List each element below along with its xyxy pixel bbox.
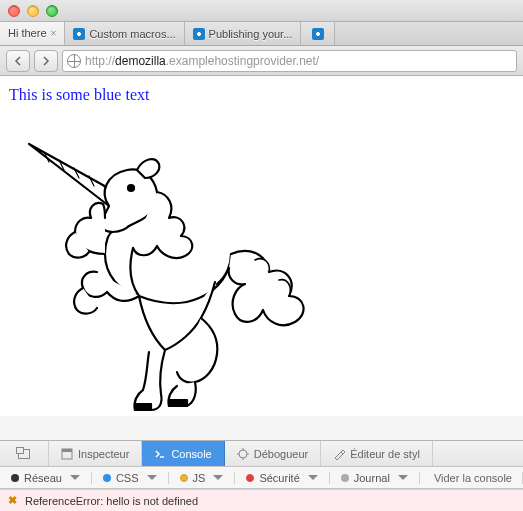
favicon-icon (312, 28, 324, 40)
filter-js[interactable]: JS (169, 472, 236, 484)
forward-button[interactable] (34, 50, 58, 72)
svg-rect-2 (62, 449, 72, 452)
chevron-down-icon (70, 475, 80, 480)
window-titlebar (0, 0, 523, 22)
debugger-icon (237, 448, 249, 460)
devtools-panel: Inspecteur Console Débogueur Éditeur de … (0, 440, 523, 511)
style-editor-icon (333, 448, 345, 460)
tab-label: Publishing your... (209, 28, 293, 40)
filter-label: JS (193, 472, 206, 484)
dot-icon (341, 474, 349, 482)
chevron-down-icon (398, 475, 408, 480)
tab-strip: Hi there × Custom macros... Publishing y… (0, 22, 523, 46)
devtools-tab-console[interactable]: Console (142, 441, 224, 466)
chevron-down-icon (147, 475, 157, 480)
filter-label: Réseau (24, 472, 62, 484)
console-error-row[interactable]: ✖ ReferenceError: hello is not defined (0, 489, 523, 511)
close-window-button[interactable] (8, 5, 20, 17)
svg-point-3 (239, 450, 247, 458)
filter-css[interactable]: CSS (92, 472, 169, 484)
chevron-down-icon (308, 475, 318, 480)
zoom-window-button[interactable] (46, 5, 58, 17)
tab-label: Hi there (8, 27, 47, 39)
url-host: demozilla (115, 54, 166, 68)
favicon-icon (73, 28, 85, 40)
minimize-window-button[interactable] (27, 5, 39, 17)
page-image (9, 114, 309, 414)
filter-label: Sécurité (259, 472, 299, 484)
clear-label: Vider la console (434, 472, 512, 484)
filter-label: Journal (354, 472, 390, 484)
page-content: This is some blue text (0, 76, 523, 416)
url-protocol: http:// (85, 54, 115, 68)
devtools-undock[interactable] (0, 441, 49, 466)
url-bar[interactable]: http://demozilla.examplehostingprovider.… (62, 50, 517, 72)
chevron-down-icon (213, 475, 223, 480)
tab-label: Débogueur (254, 448, 308, 460)
url-text: http://demozilla.examplehostingprovider.… (85, 54, 319, 68)
url-host-suffix: .examplehostingprovider.net (166, 54, 316, 68)
undock-icon (18, 449, 30, 459)
dot-icon (180, 474, 188, 482)
dot-icon (246, 474, 254, 482)
devtools-tab-inspector[interactable]: Inspecteur (49, 441, 142, 466)
filter-label: CSS (116, 472, 139, 484)
favicon-icon (193, 28, 205, 40)
tab-label: Console (171, 448, 211, 460)
nav-toolbar: http://demozilla.examplehostingprovider.… (0, 46, 523, 76)
console-error-text: ReferenceError: hello is not defined (25, 495, 198, 507)
clear-console-button[interactable]: Vider la console (424, 472, 523, 484)
globe-icon (67, 54, 81, 68)
forward-arrow-icon (41, 56, 51, 66)
tab-2[interactable]: Publishing your... (185, 22, 302, 45)
tab-1[interactable]: Custom macros... (65, 22, 184, 45)
back-button[interactable] (6, 50, 30, 72)
tab-0[interactable]: Hi there × (0, 22, 65, 45)
inspector-icon (61, 448, 73, 460)
tab-label: Éditeur de styl (350, 448, 420, 460)
filter-logging[interactable]: Journal (330, 472, 420, 484)
svg-point-0 (128, 185, 134, 191)
filter-network[interactable]: Réseau (0, 472, 92, 484)
filter-security[interactable]: Sécurité (235, 472, 329, 484)
devtools-tab-style-editor[interactable]: Éditeur de styl (321, 441, 433, 466)
devtools-tabs: Inspecteur Console Débogueur Éditeur de … (0, 441, 523, 467)
url-path: / (316, 54, 319, 68)
devtools-tab-debugger[interactable]: Débogueur (225, 441, 321, 466)
back-arrow-icon (13, 56, 23, 66)
dot-icon (103, 474, 111, 482)
page-text: This is some blue text (9, 86, 514, 104)
warning-icon: ✖ (8, 494, 17, 507)
tab-label: Custom macros... (89, 28, 175, 40)
console-icon (154, 448, 166, 460)
tab-3[interactable] (301, 22, 335, 45)
tab-label: Inspecteur (78, 448, 129, 460)
close-tab-icon[interactable]: × (51, 28, 57, 39)
console-filter-bar: Réseau CSS JS Sécurité Journal Vider la … (0, 467, 523, 489)
unicorn-image (9, 114, 309, 414)
dot-icon (11, 474, 19, 482)
